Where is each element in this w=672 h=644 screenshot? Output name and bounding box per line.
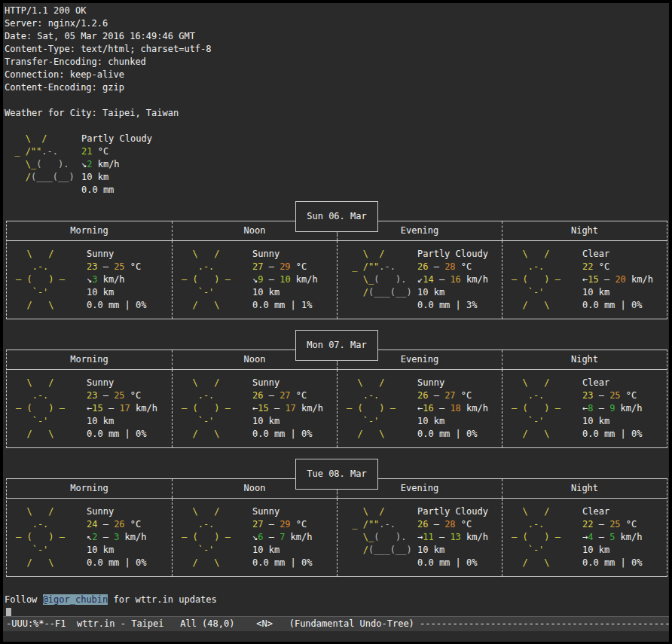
text-segment: 10 km [582,287,609,298]
weather-details: Clear23 – 25 °C←8 – 9 km/h10 km0.0 mm | … [582,377,643,441]
column-header-night: Night [502,221,667,240]
visibility: 10 km [87,415,157,428]
text-segment: – ( ) – [182,274,231,285]
text-segment: \ / [347,506,385,517]
text-segment: 25 [114,261,124,272]
text-segment: 0.0 mm | 0% [417,557,477,568]
twitter-handle-link[interactable]: @igor_chubin [43,594,108,605]
sunny-icon: \ / .-.– ( ) – `-' / \ [7,377,87,441]
forecast-cell-evening: \ / _ /"".-. \_( ). /(___(__)Partly Clou… [337,499,502,576]
text-segment: (___(__) [368,287,412,298]
text-segment: / \ [182,557,220,568]
temperature-range: 26 – 28 °C [417,261,488,273]
text-segment: `-' [182,287,214,298]
weather-details: Clear22 °C←15 – 20 km/h10 km0.0 mm | 0% [582,248,653,312]
column-header-morning: Morning [7,221,172,240]
text-segment: `-' [182,545,214,555]
text-segment: / \ [182,429,220,439]
text-segment: Clear [582,506,609,517]
visibility: 10 km [252,415,323,428]
text-segment: – [97,519,114,530]
text-segment: – [593,390,609,401]
wind-speed: ←15 – 17 km/h [252,402,323,415]
forecast-table-mon-07-mar: Mon 07. MarMorningNoonEveningNight \ / .… [6,349,667,448]
text-segment: 16 [423,403,433,414]
condition-label: Clear [582,505,643,518]
text-segment: °C [125,390,142,401]
text-segment: / [347,287,368,298]
temperature-range: 21 °C [81,145,152,158]
text-segment: 29 [279,261,290,272]
weather-details: Partly Cloudy21 °C↘2 km/h10 km0.0 mm [81,133,152,197]
weather-details: Clear22 – 25 °C→4 – 5 km/h10 km0.0 mm | … [582,505,643,569]
temperature-range: 24 – 26 °C [87,518,147,531]
text-segment: °C [125,261,142,272]
weather-details: Sunny26 – 27 °C←15 – 17 km/h10 km0.0 mm … [252,377,323,441]
text-segment: 18 [450,403,460,414]
text-segment: 15 [258,403,268,414]
text-segment: 10 km [87,545,114,555]
forecast-cell-morning: \ / .-.– ( ) – `-' / \Sunny24 – 26 °C↖2 … [7,499,172,576]
text-segment: km/h [92,159,119,169]
text-segment: \ / [182,377,220,388]
wind-speed: ↘3 km/h [87,273,146,286]
visibility: 10 km [252,286,318,299]
text-segment: / \ [512,300,550,310]
text-segment: 13 [450,532,460,542]
text-segment: 10 km [417,416,444,426]
text-segment: 17 [285,403,295,414]
condition-label: Sunny [252,248,318,261]
date-label: Sun 06. Mar [307,210,366,223]
partly-cloudy-icon: \ / _ /"".-. \_( ). /(___(__) [5,133,81,197]
text-segment: km/h [461,274,488,285]
temperature-range: 23 – 25 °C [87,389,157,402]
text-segment: 26 [417,519,428,530]
text-segment: – [593,519,609,530]
text-segment: – [593,403,609,414]
visibility: 10 km [87,286,146,299]
emacs-modeline: -UUU:%*--F1 wttr.in - Taipei All (48,0) … [3,616,669,631]
text-segment: `-' [16,416,48,426]
text-segment: km/h [291,274,318,285]
precipitation: 0.0 mm | 0% [582,428,643,441]
text-segment: \ / [9,133,47,144]
text-segment: (___(__) [368,545,412,555]
text-segment: `-' [512,545,544,555]
text-segment: – [263,274,279,285]
text-segment: Sunny [252,506,279,517]
date-label: Mon 07. Mar [307,339,366,352]
sunny-icon: \ / .-.– ( ) – `-' / \ [173,377,252,441]
text-segment: km/h [615,532,642,542]
text-segment: / \ [512,557,550,568]
text-segment: 0.0 mm | 0% [252,557,312,568]
text-segment: 0.0 mm | 3% [417,300,477,310]
text-segment: / \ [16,557,54,568]
weather-details: Sunny23 – 25 °C←15 – 17 km/h10 km0.0 mm … [87,377,157,441]
text-segment: ( ). [374,274,406,285]
text-segment: 0.0 mm | 0% [87,300,146,310]
text-segment: Clear [582,249,609,259]
text-segment: Sunny [87,377,114,388]
text-segment: `-' [16,287,48,298]
text-segment: – ( ) – [16,532,65,542]
text-segment: 10 km [87,416,114,426]
text-segment: 28 [444,261,455,272]
wind-speed: ←15 – 17 km/h [87,402,157,415]
text-segment: \_ [347,274,374,285]
text-segment: °C [291,390,307,401]
text-segment: 23 [87,261,97,272]
text-segment: \ / [16,377,54,388]
forecast-cell-morning: \ / .-.– ( ) – `-' / \Sunny23 – 25 °C↘3 … [7,241,172,319]
sunny-icon: \ / .-.– ( ) – `-' / \ [502,505,582,569]
text-segment: .-. [512,390,544,401]
text-segment: Sunny [252,249,279,259]
follow-prefix: Follow [5,594,43,605]
precipitation: 0.0 mm | 0% [87,428,157,441]
text-segment: – [434,274,451,285]
sunny-icon: \ / .-.– ( ) – `-' / \ [338,377,417,441]
text-segment: 24 [87,519,97,530]
text-segment: – [263,519,279,530]
text-segment: .-. [182,261,214,272]
temperature-range: 27 – 29 °C [252,261,318,273]
text-segment: 10 km [417,545,444,555]
